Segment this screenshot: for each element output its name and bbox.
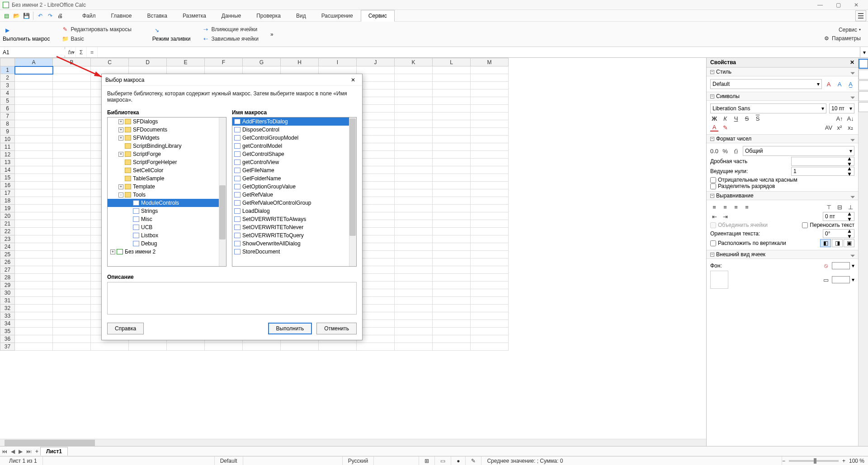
dependent-cells-button[interactable]: ⇠ Зависимые ячейки (201, 35, 259, 43)
macro-list[interactable]: AddFiltersToDialogDisposeControlGetContr… (232, 117, 357, 267)
cell[interactable] (15, 266, 53, 274)
row-header[interactable]: 21 (0, 220, 15, 228)
cell[interactable] (15, 97, 53, 105)
cell[interactable] (53, 89, 91, 97)
cell[interactable] (471, 89, 509, 97)
cell[interactable] (395, 335, 433, 343)
cell[interactable] (243, 343, 281, 351)
params-button[interactable]: ⚙ Параметры (822, 34, 862, 42)
update-style-icon[interactable]: A (825, 80, 833, 88)
overline-icon[interactable]: S (754, 114, 762, 122)
col-header[interactable]: M (471, 58, 509, 66)
cell[interactable] (433, 189, 471, 197)
tree-item[interactable]: TableSample (108, 174, 226, 183)
cell[interactable] (471, 212, 509, 220)
library-tree[interactable]: +SFDialogs+SFDocuments+SFWidgetsScriptBi… (107, 117, 226, 267)
cell[interactable] (471, 66, 509, 74)
horizontal-scrollbar[interactable] (0, 439, 706, 446)
macro-item[interactable]: GetControlGroupModel (232, 134, 356, 142)
row-header[interactable]: 28 (0, 274, 15, 282)
cell[interactable] (471, 151, 509, 159)
macro-item[interactable]: GetFileName (232, 166, 356, 174)
macro-item[interactable]: StoreDocument (232, 248, 356, 256)
zoom-slider[interactable] (789, 460, 839, 462)
align-justify-icon[interactable]: ≡ (743, 203, 751, 211)
menu-главное[interactable]: Главное (104, 10, 140, 22)
hamburger-menu[interactable] (855, 10, 866, 21)
tree-item[interactable]: ModuleControls (108, 199, 226, 207)
cell[interactable] (395, 136, 433, 143)
gallery-tab[interactable] (859, 80, 868, 90)
row-header[interactable]: 16 (0, 182, 15, 189)
cell[interactable] (53, 320, 91, 328)
cell[interactable] (395, 282, 433, 289)
cell[interactable] (15, 82, 53, 89)
cells-section-header[interactable]: − Внешний вид ячеек ◢ (707, 250, 858, 259)
decimals-input[interactable]: ▲▼ (791, 157, 854, 166)
cell[interactable] (53, 136, 91, 143)
cell[interactable] (433, 220, 471, 228)
cell[interactable] (471, 136, 509, 143)
close-button[interactable]: ✕ (847, 0, 865, 9)
cell[interactable] (471, 251, 509, 258)
col-header[interactable]: F (205, 58, 243, 66)
cell[interactable] (471, 113, 509, 120)
cell[interactable] (15, 228, 53, 235)
cell[interactable] (395, 89, 433, 97)
cell[interactable] (395, 328, 433, 335)
cell[interactable] (395, 120, 433, 128)
col-header[interactable]: D (129, 58, 167, 66)
tree-item[interactable]: +SFDialogs (108, 117, 226, 126)
run-macro-button[interactable]: ▶ (3, 26, 50, 34)
cell[interactable] (91, 343, 129, 351)
col-header[interactable]: E (167, 58, 205, 66)
cell[interactable] (53, 182, 91, 189)
cell[interactable] (15, 220, 53, 228)
chevron-down-icon[interactable]: ▾ (852, 277, 854, 283)
cell[interactable] (471, 243, 509, 251)
description-textarea[interactable] (107, 282, 357, 315)
more-icon[interactable]: ◢ (850, 193, 855, 198)
row-header[interactable]: 5 (0, 97, 15, 105)
cell[interactable] (53, 197, 91, 205)
sum-icon[interactable]: Σ (76, 47, 87, 57)
cell[interactable] (433, 120, 471, 128)
macro-item[interactable]: SetOVERWRITEToQuery (232, 231, 356, 240)
cell[interactable] (471, 297, 509, 305)
more-icon[interactable]: ◢ (850, 136, 855, 141)
tree-item[interactable]: Misc (108, 215, 226, 223)
fx-icon[interactable]: fx (65, 47, 76, 57)
chevron-down-icon[interactable]: ▾ (852, 263, 854, 269)
numfmt-select[interactable]: Общий▾ (743, 146, 854, 156)
cell[interactable] (205, 343, 243, 351)
cell[interactable] (395, 174, 433, 182)
tree-item[interactable]: +Без имени 2 (108, 248, 226, 256)
font-select[interactable]: Liberation Sans▾ (710, 103, 826, 113)
cell[interactable] (15, 305, 53, 312)
cell[interactable] (433, 151, 471, 159)
cell[interactable] (15, 182, 53, 189)
macro-item[interactable]: LoadDialog (232, 207, 356, 215)
sheet-nav-next[interactable]: ▶ (17, 448, 24, 455)
vertical-checkbox[interactable]: Расположить по вертикали (710, 240, 786, 246)
highlight-color-icon[interactable]: ✎ (721, 123, 729, 132)
tree-item[interactable]: Strings (108, 207, 226, 215)
cell[interactable] (15, 128, 53, 136)
cell[interactable] (53, 305, 91, 312)
cell[interactable] (205, 66, 243, 74)
cell[interactable] (471, 120, 509, 128)
macro-item[interactable]: getControlView (232, 158, 356, 166)
macro-item[interactable]: DisposeControl (232, 126, 356, 134)
row-header[interactable]: 25 (0, 251, 15, 258)
cell[interactable] (433, 320, 471, 328)
row-header[interactable]: 36 (0, 335, 15, 343)
tree-item[interactable]: ScriptBindingLibrary (108, 142, 226, 150)
cell[interactable] (53, 251, 91, 258)
row-header[interactable]: 35 (0, 328, 15, 335)
cell[interactable] (471, 320, 509, 328)
cell[interactable] (433, 328, 471, 335)
col-header[interactable]: A (15, 58, 53, 66)
cell[interactable] (15, 320, 53, 328)
orient-input[interactable]: 0° ▲▼ (823, 229, 854, 238)
menu-вставка[interactable]: Вставка (139, 10, 175, 22)
